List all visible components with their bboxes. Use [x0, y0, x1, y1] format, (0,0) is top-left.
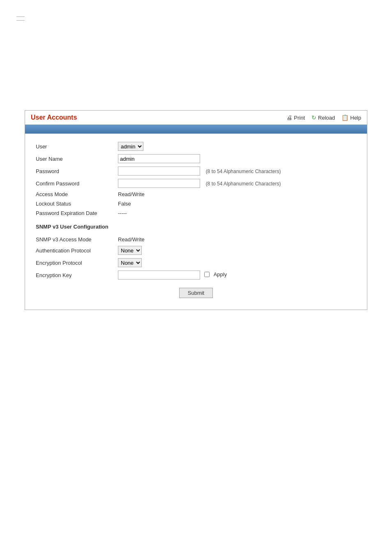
page-wrapper: User Accounts 🖨 Print ↻ Reload 📋 Help	[0, 0, 392, 555]
apply-label: Apply	[214, 271, 227, 278]
help-label: Help	[350, 115, 361, 121]
encryption-key-input[interactable]	[118, 271, 200, 280]
confirm-password-row: Confirm Password (8 to 54 Alphanumeric C…	[33, 177, 359, 190]
spacer-row	[33, 218, 359, 222]
lockout-status-row: Lockout Status False	[33, 199, 359, 208]
username-value-col	[115, 153, 359, 165]
user-row: User admin guest user1	[33, 140, 359, 153]
top-line-2	[16, 20, 25, 21]
apply-area: Apply	[204, 271, 227, 278]
username-label: User Name	[33, 153, 115, 165]
top-line-1	[16, 16, 25, 17]
password-expiration-row: Password Expiration Date -----	[33, 208, 359, 218]
card-title: User Accounts	[31, 114, 77, 121]
print-label: Print	[294, 115, 305, 121]
password-hint: (8 to 54 Alphanumeric Characters)	[206, 169, 281, 174]
reload-action[interactable]: ↻ Reload	[311, 114, 335, 121]
password-value-col: (8 to 54 Alphanumeric Characters)	[115, 165, 359, 177]
auth-protocol-label: Authentication Protocol	[33, 244, 115, 257]
form-table: User admin guest user1	[33, 140, 359, 281]
snmp-access-mode-value: Read/Write	[115, 235, 359, 244]
password-label: Password	[33, 165, 115, 177]
user-value-col: admin guest user1	[115, 140, 359, 153]
user-accounts-card: User Accounts 🖨 Print ↻ Reload 📋 Help	[25, 110, 367, 310]
snmp-section-row: SNMP v3 User Configuration	[33, 222, 359, 231]
password-expiration-value: -----	[115, 208, 359, 218]
confirm-password-value-col: (8 to 54 Alphanumeric Characters)	[115, 177, 359, 190]
reload-icon: ↻	[311, 114, 316, 121]
access-mode-value: Read/Write	[115, 190, 359, 199]
confirm-password-hint: (8 to 54 Alphanumeric Characters)	[206, 181, 281, 187]
password-row: Password (8 to 54 Alphanumeric Character…	[33, 165, 359, 177]
auth-protocol-value-col: None MD5 SHA	[115, 244, 359, 257]
auth-protocol-select[interactable]: None MD5 SHA	[118, 246, 142, 255]
submit-button[interactable]: Submit	[179, 288, 213, 298]
header-actions: 🖨 Print ↻ Reload 📋 Help	[286, 114, 361, 121]
submit-row: Submit	[33, 281, 359, 301]
confirm-password-input[interactable]	[118, 179, 200, 188]
encryption-protocol-value-col: None DES AES	[115, 257, 359, 269]
reload-label: Reload	[318, 115, 335, 121]
lockout-status-value: False	[115, 199, 359, 208]
card-body: User admin guest user1	[25, 134, 367, 310]
top-lines	[0, 8, 392, 28]
print-icon: 🖨	[286, 114, 292, 121]
snmp-access-mode-label: SNMP v3 Access Mode	[33, 235, 115, 244]
access-mode-label: Access Mode	[33, 190, 115, 199]
help-icon: 📋	[341, 114, 348, 121]
print-action[interactable]: 🖨 Print	[286, 114, 305, 121]
snmp-access-mode-row: SNMP v3 Access Mode Read/Write	[33, 235, 359, 244]
help-action[interactable]: 📋 Help	[341, 114, 361, 121]
auth-protocol-row: Authentication Protocol None MD5 SHA	[33, 244, 359, 257]
access-mode-row: Access Mode Read/Write	[33, 190, 359, 199]
encryption-protocol-row: Encryption Protocol None DES AES	[33, 257, 359, 269]
encryption-key-label: Encryption Key	[33, 269, 115, 281]
encryption-key-value-col: Apply	[115, 269, 359, 281]
user-select[interactable]: admin guest user1	[118, 142, 143, 151]
lockout-status-label: Lockout Status	[33, 199, 115, 208]
blue-bar	[25, 125, 367, 134]
encryption-protocol-select[interactable]: None DES AES	[118, 258, 142, 267]
username-row: User Name	[33, 153, 359, 165]
apply-checkbox[interactable]	[204, 272, 210, 277]
password-input[interactable]	[118, 166, 200, 176]
username-input[interactable]	[118, 154, 200, 163]
user-label: User	[33, 140, 115, 153]
user-select-wrapper: admin guest user1	[118, 142, 356, 151]
encryption-key-row: Encryption Key Apply	[33, 269, 359, 281]
snmp-section-title: SNMP v3 User Configuration	[33, 222, 359, 231]
spacer-row-2	[33, 231, 359, 235]
encryption-protocol-label: Encryption Protocol	[33, 257, 115, 269]
password-expiration-label: Password Expiration Date	[33, 208, 115, 218]
confirm-password-label: Confirm Password	[33, 177, 115, 190]
card-header: User Accounts 🖨 Print ↻ Reload 📋 Help	[25, 111, 367, 125]
